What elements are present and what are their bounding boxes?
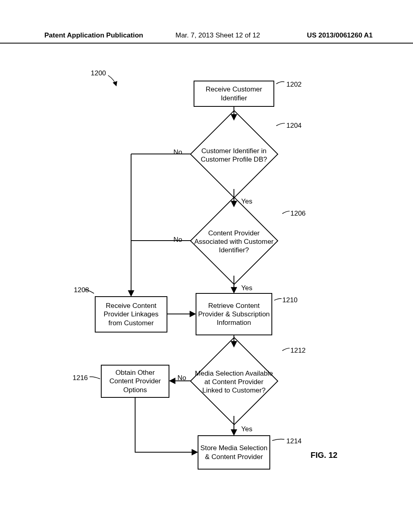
yes-1206: Yes	[241, 284, 252, 292]
process-receive-customer-identifier: Receive Customer Identifier	[194, 81, 274, 107]
figure-label: FIG. 12	[311, 451, 338, 460]
text-1212: Media Selection Available at Content Pro…	[194, 361, 274, 403]
ref-1202: 1202	[286, 81, 302, 89]
text-1204: Customer Identifier in Customer Profile …	[194, 137, 274, 173]
process-obtain-other-options: Obtain Other Content Provider Options	[101, 365, 169, 398]
text-1206: Content Provider Associated with Custome…	[194, 222, 274, 261]
text-1202: Receive Customer Identifier	[196, 85, 272, 102]
no-1204: No	[173, 148, 182, 156]
text-1216: Obtain Other Content Provider Options	[103, 368, 167, 394]
process-retrieve-content-provider-info: Retrieve Content Provider & Subscription…	[196, 293, 272, 335]
ref-1200: 1200	[91, 69, 106, 77]
text-1210: Retrieve Content Provider & Subscription…	[198, 301, 270, 327]
ref-1216: 1216	[73, 374, 88, 382]
no-1212: No	[177, 374, 186, 382]
process-receive-linkages: Receive Content Provider Linkages from C…	[95, 296, 167, 332]
ref-1206: 1206	[290, 210, 306, 218]
ref-1204: 1204	[286, 122, 302, 130]
diagram-canvas: 1200 Receive Customer Identifier 1202 Cu…	[0, 0, 413, 532]
ref-1210: 1210	[282, 296, 298, 304]
text-1208: Receive Content Provider Linkages from C…	[97, 301, 165, 327]
ref-1208: 1208	[74, 286, 89, 294]
ref-1214: 1214	[286, 437, 302, 445]
yes-1212: Yes	[241, 425, 252, 433]
yes-1204: Yes	[241, 197, 252, 206]
no-1206: No	[173, 236, 182, 244]
page-root: Patent Application Publication Mar. 7, 2…	[0, 0, 413, 532]
text-1214: Store Media Selection & Content Provider	[200, 444, 268, 461]
ref-1212: 1212	[290, 347, 306, 355]
process-store-media-selection: Store Media Selection & Content Provider	[198, 435, 270, 470]
